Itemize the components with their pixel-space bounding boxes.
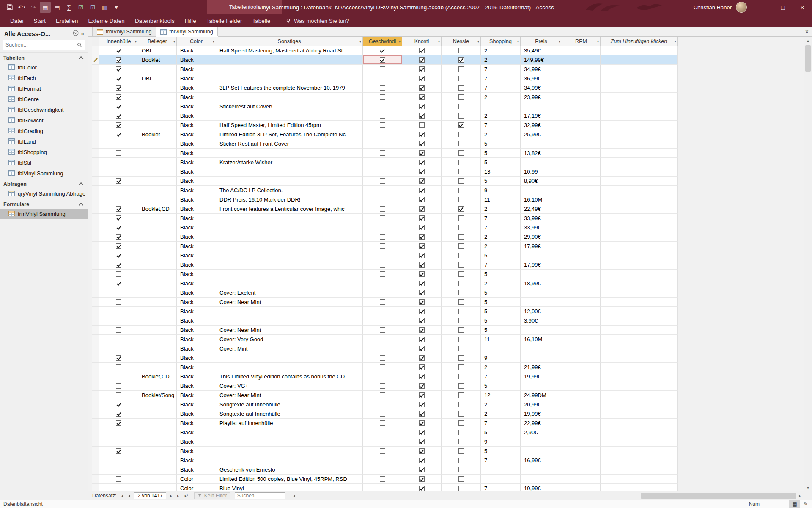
cell-beileger[interactable]: Booklet,CD <box>138 372 177 381</box>
cell-rpm[interactable] <box>562 167 601 177</box>
cell-color[interactable]: Black <box>177 353 216 363</box>
cell-nessie[interactable] <box>442 204 481 214</box>
cell-shopping[interactable]: 11 <box>481 195 521 204</box>
cell-add-column[interactable] <box>601 475 678 484</box>
cell-beileger[interactable] <box>138 279 177 288</box>
cell-sonstiges[interactable] <box>216 149 363 158</box>
cell-rpm[interactable] <box>562 232 601 242</box>
cell-nessie[interactable] <box>442 149 481 158</box>
cell-knosti[interactable] <box>402 484 442 491</box>
cell-color[interactable]: Black <box>177 204 216 214</box>
cell-innenhuelle[interactable] <box>99 363 138 372</box>
cell-beileger[interactable] <box>138 447 177 456</box>
cell-beileger[interactable] <box>138 260 177 270</box>
cell-rpm[interactable] <box>562 121 601 130</box>
cell-rpm[interactable] <box>562 288 601 298</box>
cell-innenhuelle[interactable] <box>99 214 138 223</box>
cell-preis[interactable]: 18,99€ <box>521 279 562 288</box>
cell-shopping[interactable]: 2 <box>481 232 521 242</box>
cell-knosti[interactable] <box>402 270 442 279</box>
record-position-box[interactable]: 2 von 1417 <box>134 492 166 499</box>
cell-geschwindigkeit[interactable] <box>363 288 402 298</box>
search-icon[interactable] <box>77 42 82 47</box>
cell-geschwindigkeit[interactable] <box>363 363 402 372</box>
close-document-icon[interactable]: × <box>802 28 812 35</box>
cell-preis[interactable] <box>521 475 562 484</box>
datasheet-view-icon[interactable]: ▦ <box>40 2 51 13</box>
cell-innenhuelle[interactable] <box>99 74 138 83</box>
column-header-preis[interactable]: Preis▾ <box>521 37 562 46</box>
cell-add-column[interactable] <box>601 270 678 279</box>
horizontal-scroll-track[interactable] <box>298 492 796 499</box>
cell-add-column[interactable] <box>601 186 678 195</box>
totals-icon[interactable]: ∑ <box>63 2 74 13</box>
cell-preis[interactable]: 19,99€ <box>521 372 562 381</box>
cell-beileger[interactable] <box>138 465 177 475</box>
cell-shopping[interactable]: 2 <box>481 409 521 419</box>
cell-sonstiges[interactable]: Cover: Near Mint <box>216 391 363 400</box>
cell-knosti[interactable] <box>402 326 442 335</box>
cell-knosti[interactable] <box>402 167 442 177</box>
cell-beileger[interactable] <box>138 344 177 353</box>
cell-color[interactable]: Black <box>177 270 216 279</box>
close-button[interactable]: × <box>793 0 812 14</box>
cell-color[interactable]: Color <box>177 484 216 491</box>
cell-beileger[interactable] <box>138 363 177 372</box>
cell-beileger[interactable] <box>138 242 177 251</box>
cell-innenhuelle[interactable] <box>99 456 138 465</box>
cell-color[interactable]: Black <box>177 428 216 437</box>
cell-nessie[interactable] <box>442 456 481 465</box>
cell-beileger[interactable] <box>138 223 177 232</box>
cell-color[interactable]: Black <box>177 260 216 270</box>
cell-innenhuelle[interactable] <box>99 419 138 428</box>
cell-knosti[interactable] <box>402 475 442 484</box>
cell-innenhuelle[interactable] <box>99 242 138 251</box>
cell-rpm[interactable] <box>562 465 601 475</box>
cell-geschwindigkeit[interactable] <box>363 465 402 475</box>
cell-add-column[interactable] <box>601 391 678 400</box>
cell-geschwindigkeit[interactable] <box>363 195 402 204</box>
cell-color[interactable]: Black <box>177 316 216 326</box>
last-record-button[interactable]: ▸ <box>176 492 182 499</box>
cell-beileger[interactable] <box>138 195 177 204</box>
cell-shopping[interactable]: 7 <box>481 419 521 428</box>
row-selector[interactable] <box>92 372 99 381</box>
cell-shopping[interactable]: 7 <box>481 74 521 83</box>
cell-knosti[interactable] <box>402 381 442 391</box>
cell-rpm[interactable] <box>562 149 601 158</box>
next-record-button[interactable]: ▸ <box>168 492 175 499</box>
cell-rpm[interactable] <box>562 65 601 74</box>
cell-knosti[interactable] <box>402 93 442 102</box>
cell-preis[interactable]: 29,90€ <box>521 232 562 242</box>
cell-geschwindigkeit[interactable] <box>363 177 402 186</box>
cell-nessie[interactable] <box>442 232 481 242</box>
filter-caret-icon[interactable]: ▾ <box>674 39 676 43</box>
cell-preis[interactable] <box>521 465 562 475</box>
row-selector[interactable] <box>92 307 99 316</box>
cell-add-column[interactable] <box>601 316 678 326</box>
cell-beileger[interactable] <box>138 93 177 102</box>
cell-shopping[interactable]: 7 <box>481 83 521 93</box>
cell-innenhuelle[interactable] <box>99 288 138 298</box>
cell-innenhuelle[interactable] <box>99 270 138 279</box>
cell-preis[interactable]: 16,99€ <box>521 456 562 465</box>
row-selector[interactable] <box>92 223 99 232</box>
cell-nessie[interactable] <box>442 139 481 149</box>
cell-knosti[interactable] <box>402 344 442 353</box>
filter-caret-icon[interactable]: ▾ <box>359 39 361 43</box>
vertical-scroll-thumb[interactable] <box>805 45 811 72</box>
cell-add-column[interactable] <box>601 447 678 456</box>
cell-preis[interactable] <box>521 447 562 456</box>
cell-geschwindigkeit[interactable] <box>363 326 402 335</box>
row-selector[interactable] <box>92 484 99 491</box>
cell-rpm[interactable] <box>562 419 601 428</box>
cell-beileger[interactable] <box>138 186 177 195</box>
row-selector[interactable] <box>92 428 99 437</box>
cell-rpm[interactable] <box>562 186 601 195</box>
cell-add-column[interactable] <box>601 232 678 242</box>
cell-shopping[interactable]: 2 <box>481 111 521 121</box>
cell-color[interactable]: Black <box>177 65 216 74</box>
cell-preis[interactable]: 22,99€ <box>521 419 562 428</box>
cell-sonstiges[interactable] <box>216 447 363 456</box>
cell-innenhuelle[interactable] <box>99 130 138 139</box>
